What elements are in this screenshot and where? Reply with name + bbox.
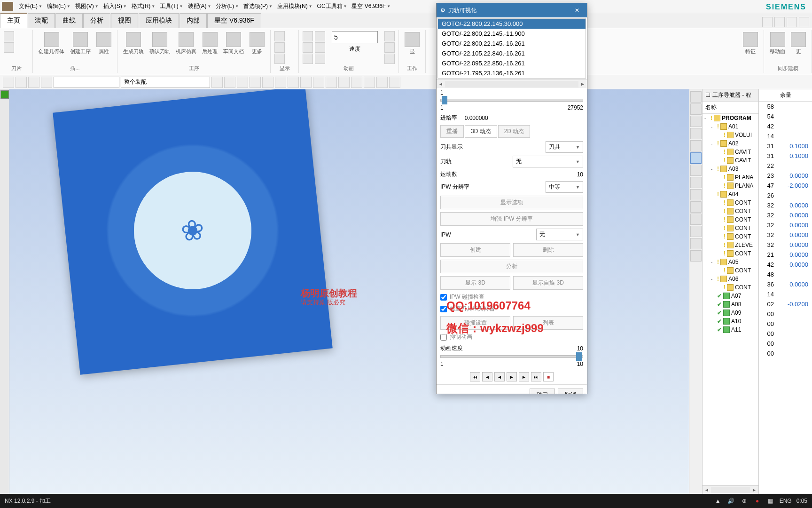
goto-line-1[interactable]: GOTO/-22.800,22.145,-11.900 [438, 29, 586, 39]
qat-btn-8[interactable] [250, 77, 261, 88]
goto-hscroll[interactable]: ◄► [437, 79, 587, 88]
qat-btn-6[interactable] [224, 77, 235, 88]
tray-up-icon[interactable]: ▲ [714, 497, 722, 505]
show-options-button[interactable]: 显示选项 [440, 196, 583, 209]
delete-button[interactable]: 删除 [513, 243, 583, 257]
anim-speed-slider[interactable] [440, 355, 583, 358]
qat-btn-9[interactable] [262, 77, 273, 88]
display-btn-2[interactable] [274, 42, 285, 53]
side-btn-11[interactable] [690, 214, 702, 225]
tree-item[interactable]: -!A06 [703, 275, 758, 283]
tree-item[interactable]: -!A04 [703, 190, 758, 198]
tab-3d-dynamic[interactable]: 3D 动态 [465, 125, 497, 138]
menu-view[interactable]: 视图(V)▼ [73, 1, 101, 11]
more-button[interactable]: 更多 [248, 31, 266, 65]
tab-curve[interactable]: 曲线 [55, 13, 83, 28]
tray-time[interactable]: 0:05 [796, 498, 807, 504]
properties-button[interactable]: 属性 [94, 31, 113, 65]
more2-button[interactable]: 更 [789, 31, 808, 65]
qat-btn-7[interactable] [237, 77, 248, 88]
tray-record-icon[interactable]: ● [753, 497, 762, 505]
side-btn-4[interactable] [690, 128, 702, 139]
tree-item[interactable]: !CONT [703, 215, 758, 224]
goto-line-5[interactable]: GOTO/-21.795,23.136,-16.261 [438, 68, 586, 78]
play-prev-button[interactable]: ◄ [482, 372, 492, 381]
side-btn-9[interactable] [690, 189, 702, 200]
qat-btn-12[interactable] [300, 77, 312, 88]
qat-btn-16[interactable] [351, 77, 362, 88]
anim-btn-2[interactable] [303, 42, 313, 53]
qat-menu-icon[interactable] [3, 77, 14, 88]
analyze-button[interactable]: 分析 [440, 260, 583, 273]
side-btn-13[interactable] [690, 238, 702, 249]
qat-btn-5[interactable] [211, 77, 223, 88]
anim-btn-1[interactable] [303, 31, 313, 41]
qat-combo-1[interactable] [54, 77, 119, 88]
show-button[interactable]: 显 [403, 31, 422, 65]
qat-btn-11[interactable] [288, 77, 299, 88]
side-btn-8[interactable] [690, 177, 702, 188]
tree-item[interactable]: !CONT [703, 283, 758, 292]
side-btn-1[interactable] [690, 91, 702, 103]
menu-starry[interactable]: 星空 V6.936F▼ [350, 1, 392, 11]
nav-col-name[interactable]: 名称 [703, 102, 758, 114]
feature-button[interactable]: 特征 [741, 31, 760, 72]
anim-btn-8[interactable] [384, 42, 395, 53]
anim-btn-6[interactable] [315, 54, 325, 64]
anim-btn-3[interactable] [303, 54, 313, 64]
tree-item[interactable]: !CONT [703, 232, 758, 241]
speed-input[interactable] [332, 31, 378, 43]
show-spin-3d-button[interactable]: 显示自旋 3D [513, 276, 583, 290]
anim-btn-7[interactable] [384, 31, 395, 41]
menu-file[interactable]: 文件(E)▼ [17, 1, 44, 11]
anim-btn-4[interactable] [315, 31, 325, 41]
left-mini-tab[interactable] [0, 90, 9, 99]
knife-btn-2[interactable] [4, 42, 14, 53]
side-btn-10[interactable] [690, 201, 702, 213]
qat-btn-19[interactable] [389, 77, 400, 88]
menu-analysis[interactable]: 分析(L)▼ [214, 1, 241, 11]
anim-btn-5[interactable] [315, 42, 325, 53]
tree-item[interactable]: -!A01 [703, 122, 758, 131]
menu-edit[interactable]: 编辑(E)▼ [45, 1, 72, 11]
menu-tools[interactable]: 工具(T)▼ [158, 1, 185, 11]
tree-item[interactable]: ✔A07 [703, 292, 758, 300]
show-3d-button[interactable]: 显示 3D [440, 276, 510, 290]
tree-item[interactable]: ✔A08 [703, 300, 758, 309]
ipw-collision-check[interactable] [440, 294, 447, 301]
side-btn-12[interactable] [690, 226, 702, 237]
tray-volume-icon[interactable]: 🔊 [727, 497, 735, 505]
side-btn-5[interactable] [690, 140, 702, 151]
goto-line-0[interactable]: GOTO/-22.800,22.145,30.000 [438, 19, 586, 29]
side-btn-3[interactable] [690, 116, 702, 127]
tab-starry[interactable]: 星空 V6.936F [207, 13, 261, 28]
tray-lang[interactable]: ENG [780, 498, 792, 504]
tab-internal[interactable]: 内部 [180, 13, 207, 28]
knife-btn-1[interactable] [4, 31, 14, 41]
tree-item[interactable]: !CONT [703, 207, 758, 215]
tree-item[interactable]: !CONT [703, 266, 758, 275]
ipw-combo[interactable]: 无▼ [536, 229, 583, 240]
tree-item[interactable]: !CONT [703, 198, 758, 207]
refresh-icon[interactable] [787, 17, 797, 27]
play-stop-button[interactable]: ■ [543, 372, 554, 381]
tool-display-combo[interactable]: 刀具▼ [546, 141, 583, 153]
tab-home[interactable]: 主页 [0, 13, 27, 28]
play-back-button[interactable]: ◄ [494, 372, 505, 381]
display-btn-1[interactable] [274, 31, 285, 41]
help-icon[interactable] [799, 17, 809, 27]
tree-item[interactable]: !VOLUI [703, 131, 758, 139]
move-face-button[interactable]: 移动面 [768, 31, 787, 65]
qat-select-icon[interactable] [16, 77, 27, 88]
create-button[interactable]: 创建 [440, 243, 510, 257]
col-remain-header[interactable]: 余量 [759, 89, 812, 102]
search-icon[interactable] [762, 17, 773, 27]
goto-line-4[interactable]: GOTO/-22.095,22.850,-16.261 [438, 58, 586, 68]
suppress-anim-check[interactable] [440, 334, 447, 341]
goto-listbox[interactable]: GOTO/-22.800,22.145,30.000 GOTO/-22.800,… [437, 18, 586, 79]
tab-view[interactable]: 视图 [111, 13, 138, 28]
menu-prefs[interactable]: 首选项(P)▼ [242, 1, 274, 11]
ok-button[interactable]: 确定 [530, 389, 555, 394]
play-first-button[interactable]: ⏮ [470, 372, 480, 381]
tab-2d-dynamic[interactable]: 2D 动态 [498, 125, 531, 138]
